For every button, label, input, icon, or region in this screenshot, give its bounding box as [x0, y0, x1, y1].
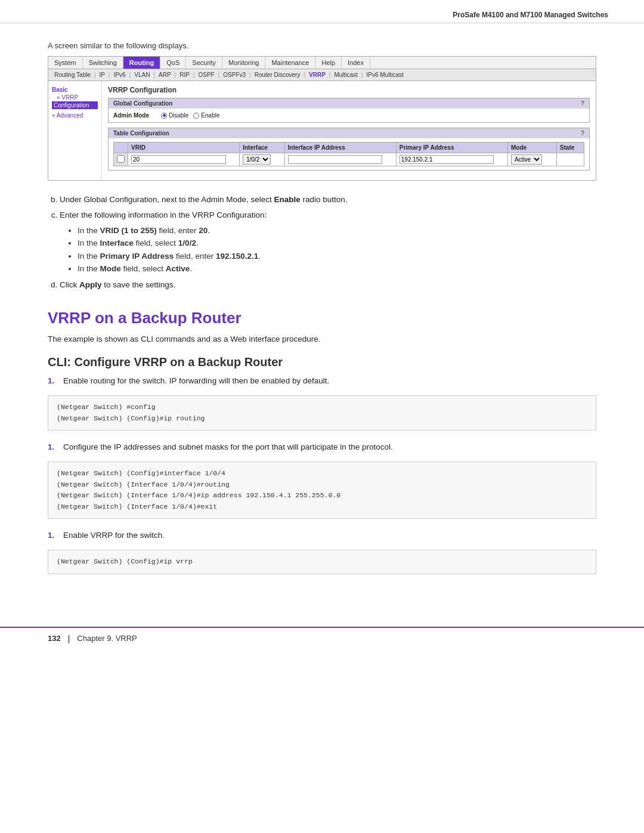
- step-1-text: Enable routing for the switch. IP forwar…: [63, 375, 329, 387]
- ui-main-panel: VRRP Configuration Global Configuration …: [102, 81, 596, 180]
- sub-heading: CLI: Configure VRRP on a Backup Router: [48, 355, 596, 369]
- sidebar-configuration[interactable]: Configuration: [52, 101, 98, 109]
- table-config-label: Table Configuration: [113, 130, 169, 137]
- row-checkbox-cell: [114, 153, 128, 166]
- page-header: ProSafe M4100 and M7100 Managed Switches: [0, 0, 644, 23]
- nav-qos[interactable]: QoS: [160, 57, 186, 69]
- page-footer: 132 | Chapter 9. VRRP: [0, 627, 644, 649]
- nav-security[interactable]: Security: [186, 57, 222, 69]
- bullet-3: In the Primary IP Address field, enter 1…: [78, 250, 596, 263]
- enable-radio[interactable]: Enable: [193, 112, 219, 119]
- code-block-3: (Netgear Switch) (Config)#ip vrrp: [48, 550, 596, 574]
- primary-ip-input[interactable]: [400, 155, 494, 164]
- row-state: [556, 153, 584, 166]
- col-primary-ip: Primary IP Address: [396, 143, 507, 153]
- global-config-body: Admin Mode Disable Enable: [109, 109, 589, 122]
- row-interface-ip: [284, 153, 396, 166]
- instruction-c: Enter the following information in the V…: [60, 209, 596, 275]
- global-config-label: Global Configuration: [113, 100, 172, 107]
- step-3: Enable VRRP for the switch.: [48, 529, 596, 541]
- sub-nav-ospfv3[interactable]: OSPFv3: [219, 70, 249, 79]
- sub-nav-vrrp[interactable]: VRRP: [305, 70, 329, 79]
- instr-b-text: Under Global Configuration, next to the …: [60, 195, 272, 204]
- step-1: Enable routing for the switch. IP forwar…: [48, 375, 596, 387]
- row-mode: Active: [507, 153, 556, 166]
- col-state: State: [556, 143, 584, 153]
- section-heading: VRRP on a Backup Router: [48, 309, 596, 327]
- bullet-1: In the VRID (1 to 255) field, enter 20.: [78, 224, 596, 237]
- sub-nav-vlan[interactable]: VLAN: [131, 70, 153, 79]
- sidebar-vrrp[interactable]: » VRRP: [52, 94, 98, 101]
- interface-select[interactable]: 1/0/2: [243, 154, 271, 165]
- footer-chapter: Chapter 9. VRRP: [77, 634, 137, 643]
- nav-system[interactable]: System: [48, 57, 83, 69]
- sub-nav-ospf[interactable]: OSPF: [194, 70, 218, 79]
- admin-mode-label: Admin Mode: [113, 112, 155, 119]
- instruction-d: Click Apply to save the settings.: [60, 279, 596, 291]
- nav-monitoring[interactable]: Monitoring: [222, 57, 265, 69]
- enable-radio-circle: [193, 113, 199, 119]
- bullet-4: In the Mode field, select Active.: [78, 262, 596, 275]
- steps-list: Enable routing for the switch. IP forwar…: [48, 375, 596, 387]
- vrid-input[interactable]: [131, 155, 226, 164]
- code-block-2: (Netgear Switch) (Config)#interface 1/0/…: [48, 462, 596, 519]
- col-mode: Mode: [507, 143, 556, 153]
- vrrp-table: VRID Interface Interface IP Address Prim…: [113, 142, 584, 166]
- sub-nav-router-discovery[interactable]: Router Discovery: [251, 70, 304, 79]
- row-checkbox[interactable]: [117, 155, 125, 163]
- nav-help[interactable]: Help: [315, 57, 342, 69]
- global-config-header: Global Configuration ?: [109, 98, 589, 109]
- step-2: Configure the IP addresses and subnet ma…: [48, 441, 596, 453]
- intro-text: A screen similar to the following displa…: [48, 41, 596, 50]
- instr-b-end: radio button.: [303, 195, 348, 204]
- disable-label: Disable: [169, 112, 188, 119]
- sidebar-basic-section: Basic » VRRP Configuration: [52, 86, 98, 109]
- disable-radio[interactable]: Disable: [161, 112, 188, 119]
- step-3-text: Enable VRRP for the switch.: [63, 529, 165, 541]
- sub-nav-arp[interactable]: ARP: [155, 70, 175, 79]
- admin-mode-radio-group: Disable Enable: [161, 112, 220, 119]
- nav-routing[interactable]: Routing: [123, 57, 161, 69]
- sub-nav-ip[interactable]: IP: [96, 70, 109, 79]
- sub-nav-ipv6[interactable]: IPv6: [110, 70, 129, 79]
- section-desc: The example is shown as CLI commands and…: [48, 335, 596, 343]
- mode-select[interactable]: Active: [511, 154, 542, 165]
- sidebar-basic[interactable]: Basic: [52, 86, 98, 94]
- code-block-1: (Netgear Switch) #config (Netgear Switch…: [48, 395, 596, 431]
- nav-maintenance[interactable]: Maintenance: [265, 57, 315, 69]
- enable-label: Enable: [201, 112, 219, 119]
- nav-index[interactable]: Index: [342, 57, 370, 69]
- bullet-list: In the VRID (1 to 255) field, enter 20. …: [78, 224, 596, 275]
- table-row: 1/0/2: [114, 153, 584, 166]
- col-interface-ip: Interface IP Address: [284, 143, 396, 153]
- global-help-icon[interactable]: ?: [581, 100, 584, 107]
- interface-ip-input[interactable]: [288, 155, 383, 164]
- sidebar-advanced-section: » Advanced: [52, 112, 98, 119]
- sub-nav-routing-table[interactable]: Routing Table: [51, 70, 94, 79]
- sidebar-advanced[interactable]: » Advanced: [52, 112, 98, 119]
- table-config-section: Table Configuration ? VRID Interface Int…: [108, 128, 590, 171]
- sub-nav-rip[interactable]: RIP: [176, 70, 193, 79]
- col-vrid: VRID: [128, 143, 240, 153]
- table-help-icon[interactable]: ?: [581, 130, 584, 137]
- row-interface: 1/0/2: [240, 153, 284, 166]
- ui-mockup: System Switching Routing QoS Security Mo…: [48, 56, 596, 181]
- main-content: A screen similar to the following displa…: [0, 23, 644, 609]
- instr-b-bold: Enable: [274, 195, 300, 204]
- col-checkbox: [114, 143, 128, 153]
- table-config-body: VRID Interface Interface IP Address Prim…: [109, 138, 589, 170]
- panel-title: VRRP Configuration: [108, 86, 590, 94]
- global-config-section: Global Configuration ? Admin Mode Disabl…: [108, 98, 590, 123]
- nav-bar: System Switching Routing QoS Security Mo…: [48, 57, 596, 69]
- table-config-header: Table Configuration ?: [109, 128, 589, 138]
- instruction-list-bc: Under Global Configuration, next to the …: [60, 194, 596, 291]
- ui-body: Basic » VRRP Configuration » Advanced VR…: [48, 81, 596, 180]
- steps-list-3: Enable VRRP for the switch.: [48, 529, 596, 541]
- admin-mode-row: Admin Mode Disable Enable: [113, 112, 584, 119]
- sub-nav-ipv6-multicast[interactable]: IPv6 Multicast: [363, 70, 407, 79]
- sub-nav-multicast[interactable]: Multicast: [330, 70, 361, 79]
- col-interface: Interface: [240, 143, 284, 153]
- steps-list-2: Configure the IP addresses and subnet ma…: [48, 441, 596, 453]
- header-title: ProSafe M4100 and M7100 Managed Switches: [453, 11, 608, 19]
- nav-switching[interactable]: Switching: [83, 57, 123, 69]
